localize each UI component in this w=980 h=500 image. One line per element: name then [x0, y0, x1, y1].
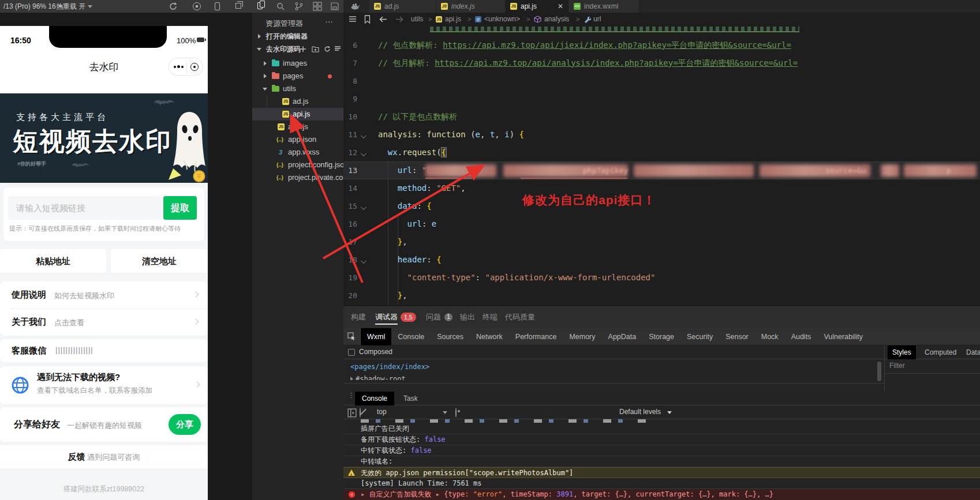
- breadcrumb-unknown[interactable]: <unknown>: [484, 13, 520, 26]
- line-number[interactable]: 8: [343, 72, 357, 90]
- task-tab[interactable]: Task: [397, 392, 425, 405]
- wxml-shadow-root-clipped[interactable]: #shadow-root: [350, 374, 406, 380]
- tree-item-app-wxss[interactable]: 3app.wxss: [252, 146, 343, 159]
- menu-list-icon[interactable]: [349, 16, 357, 23]
- tree-item-app-js[interactable]: JSapp.js: [252, 121, 343, 133]
- clear-address-button[interactable]: 清空地址: [111, 249, 208, 273]
- clear-console-icon[interactable]: [360, 408, 361, 418]
- help-card[interactable]: 遇到无法下载的视频? 查看下载域名白名单，联系客服添加: [0, 366, 208, 404]
- device-selector[interactable]: /13 (Pro) 96% 16: [3, 0, 63, 13]
- tab-index-js[interactable]: JSindex.js: [436, 0, 506, 13]
- code-line[interactable]: [378, 90, 980, 108]
- tab-output[interactable]: 输出: [460, 306, 475, 328]
- wxml-node[interactable]: <pages/index/index>: [350, 363, 429, 371]
- video-link-input[interactable]: 请输入短视频链接: [8, 196, 162, 220]
- code-line[interactable]: wx.request({: [378, 144, 980, 161]
- tree-item-project-private-config[interactable]: {..}project.private.config.js…: [252, 171, 343, 184]
- devtools-tab-performance[interactable]: Performance: [509, 328, 563, 345]
- code-line[interactable]: // 包月解析: https://api.mz9.top/api/analysi…: [378, 54, 980, 72]
- code-line[interactable]: // 以下是包点数解析: [378, 108, 980, 126]
- log-row[interactable]: 插屏广告已关闭: [343, 423, 980, 434]
- fold-chevron-icon[interactable]: [361, 204, 366, 210]
- breadcrumb-utils[interactable]: utils: [411, 13, 423, 26]
- more-dots-icon[interactable]: [174, 66, 176, 68]
- tree-item-api-js[interactable]: JSapi.js: [252, 108, 343, 121]
- devtools-tab-mock[interactable]: Mock: [755, 328, 785, 345]
- code-line[interactable]: },: [378, 287, 980, 304]
- line-number[interactable]: 12: [343, 144, 357, 161]
- line-number[interactable]: 20: [343, 287, 357, 304]
- line-number[interactable]: 18: [343, 251, 357, 269]
- tree-item-ad-js[interactable]: JSad.js: [252, 95, 343, 108]
- expand-caret[interactable]: ▸: [436, 490, 440, 498]
- collapse-all-icon[interactable]: [334, 46, 341, 52]
- section-open-editors[interactable]: 打开的编辑器: [252, 30, 343, 43]
- computed-tab[interactable]: Computed: [920, 345, 961, 359]
- git-branch-icon[interactable]: [294, 2, 304, 11]
- devtools-tab-storage[interactable]: Storage: [642, 328, 680, 345]
- code-line[interactable]: header: {: [378, 251, 980, 269]
- inspect-element-icon[interactable]: [343, 328, 361, 345]
- devtools-tab-security[interactable]: Security: [680, 328, 719, 345]
- line-number[interactable]: 11: [343, 126, 357, 144]
- devtools-tab-sources[interactable]: Sources: [431, 328, 470, 345]
- list-item-usage[interactable]: 使用说明 如何去短视频水印: [0, 281, 208, 309]
- log-levels-dropdown[interactable]: Default levels: [619, 408, 661, 416]
- devtools-tab-appdata[interactable]: AppData: [602, 328, 643, 345]
- banner[interactable]: 支持各大主流平台 短视频去水印 #你的好帮手: [0, 93, 208, 183]
- share-button[interactable]: 分享: [169, 414, 201, 435]
- close-icon[interactable]: ✕: [556, 2, 564, 10]
- line-number[interactable]: 15: [343, 197, 357, 215]
- context-selector[interactable]: top: [377, 408, 387, 416]
- kebab-menu-icon[interactable]: ⋮: [348, 394, 350, 403]
- fold-chevron-icon[interactable]: [361, 258, 366, 264]
- feedback-row[interactable]: 反馈 遇到问题可咨询: [0, 445, 208, 468]
- code-line[interactable]: // 包点数解析: https://api.mz9.top/api/jiexi/…: [378, 36, 980, 54]
- tree-item-pages[interactable]: pages: [252, 70, 343, 82]
- save-icon[interactable]: [330, 2, 339, 11]
- devtools-tab-wxml[interactable]: Wxml: [361, 328, 391, 345]
- breadcrumb-api-js[interactable]: api.js: [445, 13, 461, 26]
- tree-item-utils[interactable]: utils: [252, 82, 343, 95]
- record-stop-icon[interactable]: [193, 2, 201, 10]
- log-row[interactable]: 中转域名:: [343, 456, 980, 467]
- expand-caret[interactable]: ▸: [361, 490, 365, 498]
- list-item-service-wechat[interactable]: 客服微信 |||||||||||||||: [0, 339, 208, 362]
- tab-ad-js[interactable]: JSad.js: [369, 0, 436, 13]
- breadcrumb-analysis[interactable]: analysis: [544, 13, 569, 26]
- tab-code-quality[interactable]: 代码质量: [505, 306, 535, 328]
- tab-terminal[interactable]: 终端: [482, 306, 498, 328]
- devtools-tab-memory[interactable]: Memory: [563, 328, 601, 345]
- devtools-tab-sensor[interactable]: Sensor: [719, 328, 755, 345]
- breadcrumb-url[interactable]: url: [593, 13, 601, 26]
- line-number[interactable]: 16: [343, 215, 357, 233]
- explorer-files-icon[interactable]: [257, 2, 263, 9]
- tree-item-images[interactable]: images: [252, 57, 343, 70]
- new-file-icon[interactable]: [300, 46, 306, 52]
- section-project[interactable]: 去水印源码: [252, 43, 343, 55]
- scrollbar-thumb[interactable]: [877, 362, 881, 381]
- warning-log-row[interactable]: 无效的 app.json permission["scope.writePhot…: [343, 467, 980, 478]
- tab-problems[interactable]: 问题: [426, 306, 441, 328]
- sidebar-toggle-icon[interactable]: [347, 408, 357, 418]
- more-dots-icon[interactable]: [181, 66, 184, 68]
- line-number[interactable]: 9: [343, 90, 357, 108]
- tree-item-project-config[interactable]: {..}project.config.json: [252, 159, 343, 171]
- extensions-grid-icon[interactable]: [313, 2, 322, 11]
- tree-item-app-json[interactable]: {..}app.json: [252, 133, 343, 146]
- more-actions-icon[interactable]: …: [325, 15, 334, 24]
- code-line[interactable]: data: {: [378, 197, 980, 215]
- line-number[interactable]: 14: [343, 179, 357, 197]
- phone-preview-icon[interactable]: [215, 2, 220, 10]
- multi-window-icon[interactable]: [235, 3, 241, 9]
- line-number[interactable]: 7: [343, 54, 357, 72]
- more-dots-icon[interactable]: [177, 65, 180, 68]
- tab-debugger[interactable]: 调试器: [375, 306, 398, 328]
- paste-address-button[interactable]: 粘贴地址: [0, 249, 106, 273]
- refresh-icon[interactable]: [324, 46, 331, 52]
- code-line[interactable]: "content-type": "application/x-www-form-…: [378, 269, 980, 287]
- dataset-tab[interactable]: Dataset: [962, 345, 980, 359]
- devtools-tab-console[interactable]: Console: [391, 328, 431, 345]
- list-item-about[interactable]: 关于我们 点击查看: [0, 309, 208, 336]
- whale-icon[interactable]: [350, 2, 360, 11]
